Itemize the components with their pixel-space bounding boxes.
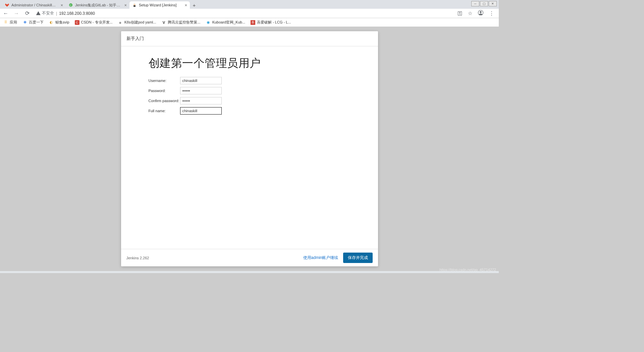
bookmark-kuboard[interactable]: ◉Kuboard官网_Kub... bbox=[206, 20, 245, 25]
bookmark-tencent[interactable]: V腾讯云监控告警策... bbox=[161, 20, 200, 25]
back-button[interactable]: ← bbox=[3, 10, 9, 16]
username-row: Username: bbox=[149, 77, 351, 84]
tab-title: Jenkins集成GitLab - 知乎 - osc... bbox=[75, 3, 121, 8]
csdn-icon: C bbox=[75, 20, 79, 25]
setup-wizard-dialog: 新手入门 创建第一个管理员用户 Username: Password: Conf… bbox=[121, 31, 378, 266]
jenkins-version: Jenkins 2.262 bbox=[126, 256, 149, 260]
kuboard-icon: ◉ bbox=[206, 20, 211, 25]
wizard-footer: Jenkins 2.262 使用admin账户继续 保存并完成 bbox=[121, 249, 378, 266]
tab-title: Setup Wizard [Jenkins] bbox=[139, 3, 181, 7]
close-icon[interactable]: × bbox=[124, 3, 127, 8]
apps-bookmark[interactable]: ⠿应用 bbox=[3, 20, 17, 25]
url-text: 192.168.200.3:8080 bbox=[59, 11, 95, 16]
tab-gitlab[interactable]: Administrator / ChinaskillProje... × bbox=[2, 1, 66, 9]
key-icon[interactable]: ⚿ bbox=[458, 10, 463, 16]
tencent-icon: V bbox=[161, 20, 166, 25]
fullname-label: Full name: bbox=[149, 109, 180, 113]
star-icon[interactable]: ☆ bbox=[468, 10, 472, 16]
minimize-button[interactable]: ─ bbox=[471, 1, 479, 6]
bookmark-52pojie[interactable]: 吾吾爱破解 - LCG - L... bbox=[251, 20, 291, 25]
gitlab-icon bbox=[5, 3, 9, 7]
wizard-body: 创建第一个管理员用户 Username: Password: Confirm p… bbox=[121, 46, 378, 249]
bookmarks-bar: ⠿应用 ❋百度一下 ◐鲸鱼svip CCSDN - 专业开发... ⎈K8s创建… bbox=[0, 18, 499, 27]
tabs-container: Administrator / ChinaskillProje... × C J… bbox=[2, 0, 199, 9]
password-input[interactable] bbox=[180, 87, 222, 94]
fullname-input[interactable] bbox=[180, 107, 222, 115]
k8s-icon: ⎈ bbox=[118, 20, 123, 25]
skip-admin-link[interactable]: 使用admin账户继续 bbox=[303, 255, 338, 261]
bookmark-csdn[interactable]: CCSDN - 专业开发... bbox=[75, 20, 113, 25]
browser-tab-strip: Administrator / ChinaskillProje... × C J… bbox=[0, 0, 499, 9]
url-input[interactable]: 不安全 | 192.168.200.3:8080 bbox=[35, 10, 453, 17]
close-icon[interactable]: × bbox=[184, 3, 187, 8]
page-title: 创建第一个管理员用户 bbox=[149, 56, 351, 71]
maximize-button[interactable]: ▢ bbox=[480, 1, 488, 6]
close-window-button[interactable]: ✕ bbox=[489, 1, 497, 6]
username-label: Username: bbox=[149, 79, 180, 83]
confirm-password-input[interactable] bbox=[180, 97, 222, 104]
svg-text:C: C bbox=[70, 4, 72, 7]
menu-icon[interactable]: ⋮ bbox=[489, 10, 494, 16]
username-input[interactable] bbox=[180, 77, 222, 84]
bookmark-baidu[interactable]: ❋百度一下 bbox=[22, 20, 44, 25]
reload-button[interactable]: ⟳ bbox=[24, 10, 30, 16]
confirm-password-label: Confirm password: bbox=[149, 99, 180, 103]
baidu-icon: ❋ bbox=[22, 20, 27, 25]
page-viewport: 新手入门 创建第一个管理员用户 Username: Password: Conf… bbox=[0, 27, 499, 273]
save-and-finish-button[interactable]: 保存并完成 bbox=[343, 253, 373, 263]
pojie-icon: 吾 bbox=[251, 20, 255, 25]
tab-jenkins-active[interactable]: Setup Wizard [Jenkins] × bbox=[129, 1, 190, 9]
wizard-header: 新手入门 bbox=[121, 31, 378, 46]
fullname-row: Full name: bbox=[149, 107, 351, 115]
jenkins-icon bbox=[132, 3, 137, 7]
close-icon[interactable]: × bbox=[60, 3, 63, 8]
forward-button[interactable]: → bbox=[13, 10, 19, 16]
svg-rect-3 bbox=[133, 5, 136, 7]
tab-title: Administrator / ChinaskillProje... bbox=[11, 3, 57, 7]
profile-icon[interactable] bbox=[478, 10, 484, 17]
url-separator: | bbox=[56, 11, 57, 16]
tab-zhihu[interactable]: C Jenkins集成GitLab - 知乎 - osc... × bbox=[66, 1, 129, 9]
bookmark-k8s[interactable]: ⎈K8s创建pod yaml... bbox=[118, 20, 156, 25]
security-indicator[interactable]: 不安全 bbox=[36, 10, 54, 16]
bookmark-svip[interactable]: ◐鲸鱼svip bbox=[49, 20, 69, 25]
password-row: Password: bbox=[149, 87, 351, 94]
new-tab-button[interactable]: + bbox=[190, 1, 199, 9]
svg-point-5 bbox=[480, 11, 481, 13]
apps-icon: ⠿ bbox=[3, 20, 8, 25]
window-controls: ─ ▢ ✕ bbox=[471, 1, 497, 6]
confirm-password-row: Confirm password: bbox=[149, 97, 351, 104]
zhihu-icon: C bbox=[68, 3, 73, 7]
password-label: Password: bbox=[149, 89, 180, 93]
taskbar bbox=[0, 271, 499, 273]
warning-icon bbox=[36, 11, 41, 15]
insecure-label: 不安全 bbox=[42, 10, 54, 16]
address-bar: ← → ⟳ 不安全 | 192.168.200.3:8080 ⚿ ☆ ⋮ bbox=[0, 9, 499, 18]
svip-icon: ◐ bbox=[49, 20, 54, 25]
